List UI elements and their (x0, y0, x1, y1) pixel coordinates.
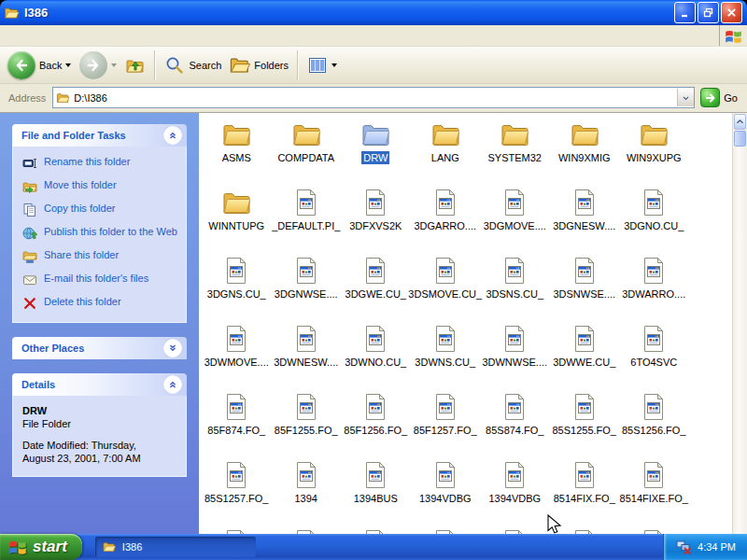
file-item[interactable]: 3DWNESW.... (272, 321, 342, 389)
task-link[interactable]: Delete this folder (22, 296, 180, 311)
back-button[interactable]: Back (4, 49, 75, 81)
file-item[interactable]: 85F1255.FO_ (272, 389, 342, 457)
scrollbar-track[interactable] (733, 147, 747, 542)
task-link[interactable]: Rename this folder (22, 156, 180, 171)
up-button[interactable] (121, 53, 149, 77)
back-history-chevron-icon[interactable] (65, 63, 71, 70)
file-label: 3DGNS.CU_ (205, 287, 268, 301)
start-button[interactable]: start (0, 534, 82, 560)
standard-toolbar: Back Search Folders (0, 47, 747, 84)
search-button[interactable]: Search (161, 53, 225, 77)
file-item[interactable]: 3DGARRO.... (411, 185, 481, 253)
file-label: 1394BUS (352, 492, 400, 505)
file-item[interactable]: 8514FIXE.FO_ (619, 457, 689, 525)
file-item[interactable]: 3DGMOVE.... (480, 185, 550, 253)
file-item[interactable]: 3DFXVS2K (341, 185, 411, 253)
file-item[interactable]: 1394VDBG (480, 457, 550, 525)
file-item[interactable]: WINNTUPG (202, 185, 272, 253)
forward-icon (79, 51, 107, 79)
file-item[interactable]: 3DSNWSE.... (550, 253, 620, 321)
file-item[interactable]: LANG (411, 117, 481, 185)
chevron-double-up-icon (167, 379, 178, 390)
task-link[interactable]: Share this folder (22, 249, 180, 264)
file-item[interactable]: 3DWNO.CU_ (341, 321, 411, 389)
file-item[interactable]: 3DWMOVE.... (202, 321, 272, 389)
menu-item[interactable] (17, 33, 32, 38)
file-item[interactable]: 3DGNESW.... (550, 185, 620, 253)
file-item[interactable]: 85F1257.FO_ (411, 389, 481, 457)
forward-button[interactable] (76, 49, 120, 81)
file-item[interactable]: 1394 (272, 457, 342, 525)
file-item[interactable]: DRW (341, 117, 411, 185)
minimize-button[interactable] (674, 2, 696, 23)
email-icon (22, 273, 37, 287)
file-icon (360, 460, 390, 490)
task-link[interactable]: Copy this folder (22, 203, 180, 217)
desktop: I386 Back (0, 0, 747, 560)
file-item[interactable]: 8514FIX.FO_ (550, 457, 620, 525)
collapse-button[interactable] (163, 375, 182, 394)
file-item[interactable]: 85F1256.FO_ (341, 389, 411, 457)
panel-title: Details (21, 379, 55, 390)
file-item[interactable]: WIN9XUPG (619, 117, 689, 185)
file-item[interactable]: COMPDATA (272, 117, 342, 185)
file-item[interactable]: 3DGWE.CU_ (341, 253, 411, 321)
menu-item[interactable] (32, 33, 47, 38)
address-dropdown-button[interactable] (677, 89, 694, 106)
file-item[interactable]: 85S1257.FO_ (202, 457, 272, 525)
file-item[interactable]: 3DWNWSE.... (480, 321, 550, 389)
task-link[interactable]: E-mail this folder's files (22, 273, 180, 287)
other-places-header[interactable]: Other Places (12, 337, 187, 359)
file-item[interactable]: 3DGNO.CU_ (619, 185, 689, 253)
title-bar[interactable]: I386 (0, 0, 747, 25)
file-item[interactable]: 3DSNS.CU_ (480, 253, 550, 321)
file-item[interactable]: 85S874.FO_ (480, 389, 550, 457)
file-item[interactable]: ASMS (202, 117, 272, 185)
restore-button[interactable] (698, 2, 719, 23)
file-folder-tasks-header[interactable]: File and Folder Tasks (12, 124, 187, 147)
file-label: 3DGWE.CU_ (344, 287, 408, 301)
search-label: Search (189, 60, 221, 71)
file-item[interactable]: _DEFAULT.PI_ (272, 185, 342, 253)
file-icon (430, 460, 460, 490)
network-disconnected-icon[interactable] (676, 539, 691, 554)
expand-button[interactable] (163, 339, 182, 357)
scroll-up-button[interactable] (734, 114, 746, 130)
file-item[interactable]: 3DWARRO.... (619, 253, 689, 321)
file-item[interactable]: 3DWWE.CU_ (550, 321, 620, 389)
address-input[interactable]: D:\I386 (52, 87, 695, 108)
menu-item[interactable] (62, 33, 77, 38)
file-label: WIN9XMIG (557, 151, 613, 164)
file-item[interactable]: 6TO4SVC (619, 321, 689, 389)
file-item[interactable]: 3DGNWSE.... (272, 253, 342, 321)
file-item[interactable]: SYSTEM32 (480, 117, 550, 185)
taskbar-task-button[interactable]: I386 (95, 537, 256, 557)
panel-title: File and Folder Tasks (21, 130, 126, 141)
file-icon (221, 256, 251, 286)
collapse-button[interactable] (163, 126, 182, 145)
scrollbar-thumb[interactable] (734, 131, 746, 147)
task-link[interactable]: Move this folder (22, 179, 180, 194)
task-link[interactable]: Publish this folder to the Web (22, 226, 180, 241)
search-icon (164, 55, 185, 76)
folders-button[interactable]: Folders (226, 53, 292, 77)
details-header[interactable]: Details (12, 373, 187, 396)
menu-item[interactable] (47, 33, 62, 38)
menu-item[interactable] (2, 33, 17, 38)
file-item[interactable]: 85S1256.FO_ (619, 389, 689, 457)
file-item[interactable]: 1394VDBG (411, 457, 481, 525)
file-item[interactable]: 3DSMOVE.CU_ (411, 253, 481, 321)
file-item[interactable]: 85F874.FO_ (202, 389, 272, 457)
views-button[interactable] (303, 53, 341, 77)
file-item[interactable]: 3DGNS.CU_ (202, 253, 272, 321)
file-item[interactable]: 3DWNS.CU_ (411, 321, 481, 389)
go-button[interactable]: Go (695, 88, 745, 107)
menu-item[interactable] (77, 33, 92, 38)
file-list-view[interactable]: ASMS COMPDATA DRW (199, 113, 732, 560)
file-item[interactable]: 1394BUS (341, 457, 411, 525)
chevron-double-up-icon (167, 130, 178, 141)
file-item[interactable]: WIN9XMIG (550, 117, 620, 185)
file-item[interactable]: 85S1255.FO_ (550, 389, 620, 457)
close-button[interactable] (721, 2, 742, 23)
vertical-scrollbar[interactable] (732, 113, 747, 560)
